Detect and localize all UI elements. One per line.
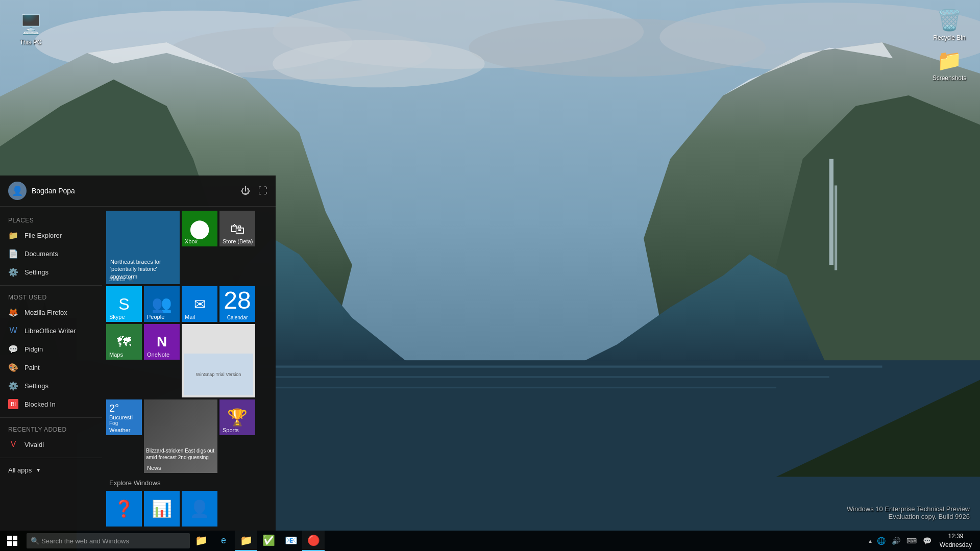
menu-divider-1 [0, 285, 102, 286]
taskbar-app-green[interactable]: ✅ [257, 531, 280, 551]
tray-keyboard-icon[interactable]: ⌨ [904, 536, 919, 546]
calendar-day: 28 [224, 288, 251, 313]
tile-weather[interactable]: 2° Bucuresti Fog Weather [106, 399, 142, 435]
desktop-icon-screenshots[interactable]: 📁 Screenshots [929, 46, 970, 84]
tiles-row-3: 🗺 Maps N OneNote WinSnap Trial Version [106, 324, 272, 397]
maps-label: Maps [109, 352, 123, 358]
menu-item-paint[interactable]: 🎨 Paint [0, 358, 102, 377]
this-pc-label: This PC [20, 39, 42, 46]
windows-logo-pane-4 [13, 541, 17, 546]
menu-item-settings[interactable]: ⚙️ Settings [0, 263, 102, 281]
onenote-label: OneNote [147, 352, 169, 358]
menu-item-blockedin[interactable]: Bl Blocked In [0, 395, 102, 413]
settings2-icon: ⚙️ [8, 381, 18, 391]
tile-news2[interactable]: Blizzard-stricken East digs out amid for… [144, 399, 217, 473]
menu-item-vivaldi[interactable]: V Vivaldi [0, 435, 102, 454]
start-menu: 👤 Bogdan Popa ⏻ ⛶ Places 📁 File Explorer… [0, 176, 276, 531]
menu-item-firefox[interactable]: 🦊 Mozilla Firefox [0, 303, 102, 321]
tile-calendar[interactable]: 28 Calendar [219, 286, 255, 322]
news2-bg [144, 399, 217, 473]
taskbar-app-store[interactable]: 📁 [235, 531, 257, 551]
weather-temp: 2° [109, 403, 139, 414]
recycle-bin-label: Recycle Bin [933, 34, 965, 41]
firefox-label: Mozilla Firefox [24, 309, 67, 316]
tray-network-icon[interactable]: 🌐 [875, 536, 888, 546]
svg-rect-14 [835, 185, 837, 270]
menu-divider-3 [0, 458, 102, 458]
settings2-label: Settings [24, 382, 48, 390]
mail-label: Mail [185, 314, 195, 320]
tile-explore-1[interactable]: ❓ [106, 491, 142, 527]
tile-explore-2[interactable]: 📊 [144, 491, 180, 527]
tile-xbox[interactable]: ⬤ Xbox [182, 211, 217, 246]
taskbar-app-edge[interactable]: e [212, 531, 235, 551]
desktop-icon-recycle-bin[interactable]: 🗑️ Recycle Bin [929, 6, 970, 43]
menu-item-documents[interactable]: 📄 Documents [0, 244, 102, 263]
recently-added-label: Recently added [0, 422, 102, 435]
explore-3-icon: 👤 [185, 494, 214, 523]
screenshots-label: Screenshots [933, 74, 967, 82]
tray-chevron[interactable]: ▲ [868, 538, 873, 544]
windows-logo [7, 536, 17, 546]
pidgin-icon: 💬 [8, 344, 18, 354]
all-apps-label: All apps [8, 466, 32, 474]
tile-people[interactable]: 👥 People [144, 286, 180, 322]
tile-winsnap[interactable]: WinSnap Trial Version [182, 324, 255, 397]
menu-item-file-explorer[interactable]: 📁 File Explorer [0, 226, 102, 244]
start-menu-tiles-panel: Northeast braces for 'potentially histor… [102, 207, 276, 531]
tiles-row-2: S Skype 👥 People ✉ Mail 28 [106, 286, 272, 322]
weather-desc: Fog [109, 420, 139, 426]
tile-news[interactable]: Northeast braces for 'potentially histor… [106, 211, 180, 284]
tile-onenote[interactable]: N OneNote [144, 324, 180, 360]
people-label: People [147, 314, 164, 320]
start-button[interactable] [0, 531, 24, 551]
tiles-row-1: Northeast braces for 'potentially histor… [106, 211, 272, 284]
settings-icon: ⚙️ [8, 267, 18, 277]
taskbar-app-red[interactable]: 🔴 [302, 531, 325, 551]
tile-store[interactable]: 🛍 Store (Beta) [219, 211, 255, 246]
power-button[interactable]: ⏻ [241, 186, 250, 196]
tiles-row-4: 2° Bucuresti Fog Weather Blizzard-strick… [106, 399, 272, 473]
weather-city: Bucuresti [109, 414, 139, 420]
tile-skype[interactable]: S Skype [106, 286, 142, 322]
start-menu-header: 👤 Bogdan Popa ⏻ ⛶ [0, 176, 276, 207]
libreoffice-icon: W [8, 325, 18, 336]
menu-item-pidgin[interactable]: 💬 Pidgin [0, 340, 102, 358]
firefox-icon: 🦊 [8, 307, 18, 317]
tray-notification-icon[interactable]: 💬 [921, 536, 934, 546]
clock-day: Wednesday [940, 541, 972, 549]
tile-maps[interactable]: 🗺 Maps [106, 324, 142, 360]
menu-item-libreoffice[interactable]: W LibreOffice Writer [0, 321, 102, 340]
taskbar-app-file-explorer[interactable]: 📁 [190, 531, 212, 551]
search-input[interactable] [41, 537, 186, 545]
start-menu-left: Places 📁 File Explorer 📄 Documents ⚙️ Se… [0, 207, 102, 531]
search-icon: 🔍 [31, 537, 39, 545]
svg-rect-13 [829, 159, 834, 265]
menu-item-settings2[interactable]: ⚙️ Settings [0, 377, 102, 395]
windows-logo-pane-1 [7, 536, 12, 540]
tray-volume-icon[interactable]: 🔊 [890, 536, 902, 546]
paint-icon: 🎨 [8, 362, 18, 372]
taskbar: 🔍 📁 e 📁 ✅ 📧 🔴 ▲ 🌐 🔊 ⌨ 💬 12:39 Wednesday [0, 531, 980, 551]
all-apps-link[interactable]: All apps ▼ [0, 462, 102, 478]
clock[interactable]: 12:39 Wednesday [936, 532, 976, 549]
tile-sports[interactable]: 🏆 Sports [219, 399, 255, 435]
tile-mail[interactable]: ✉ Mail [182, 286, 217, 322]
winsnap-label: WinSnap Trial Version [196, 372, 241, 377]
windows-logo-pane-2 [13, 536, 17, 540]
file-explorer-icon: 📁 [8, 230, 18, 240]
calendar-label: Calendar [227, 315, 248, 320]
news2-label: News [147, 465, 161, 471]
desktop-icon-this-pc[interactable]: 🖥️ This PC [10, 10, 51, 48]
menu-divider-2 [0, 417, 102, 418]
most-used-label: Most used [0, 290, 102, 303]
user-name: Bogdan Popa [32, 187, 75, 195]
explore-2-icon: 📊 [147, 494, 177, 523]
search-bar[interactable]: 🔍 [27, 533, 190, 548]
tile-explore-3[interactable]: 👤 [182, 491, 217, 527]
taskbar-app-mail[interactable]: 📧 [280, 531, 302, 551]
explore-tiles: ❓ 📊 👤 [106, 491, 272, 527]
fullscreen-button[interactable]: ⛶ [258, 186, 267, 196]
vivaldi-label: Vivaldi [24, 441, 44, 448]
user-avatar: 👤 [8, 182, 27, 200]
